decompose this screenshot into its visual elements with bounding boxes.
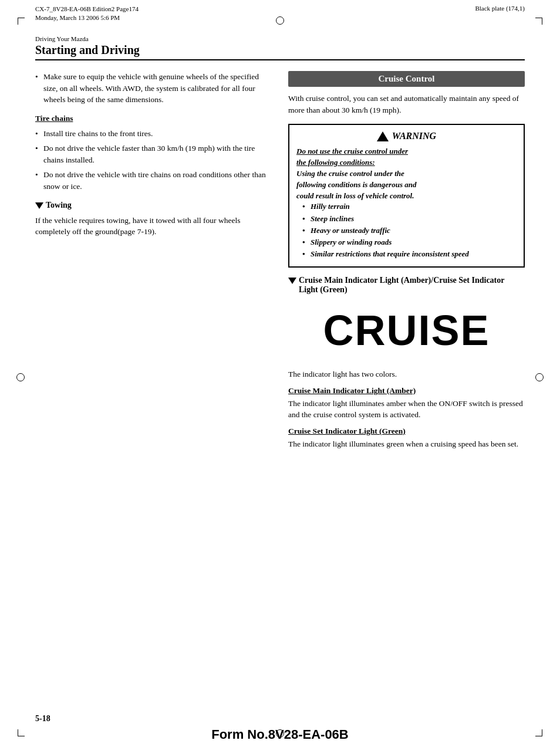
corner-mark-tr (535, 18, 542, 25)
list-item: Similar restrictions that require incons… (302, 249, 517, 259)
tire-chains-bullets: Install tire chains to the front tires. … (35, 128, 272, 192)
indicator-intro-text: The indicator light has two colors. (288, 368, 525, 380)
page-content: Driving Your Mazda Starting and Driving … (35, 35, 525, 707)
warning-triangle-icon (377, 131, 389, 141)
tire-chains-heading: Tire chains (35, 114, 272, 123)
green-label: Cruise Set Indicator Light (Green) (288, 427, 525, 436)
cruise-large-text: CRUISE (288, 306, 525, 354)
green-text: The indicator light illuminates green wh… (288, 438, 525, 450)
section-divider (35, 59, 525, 60)
page-header-left: CX-7_8V28-EA-06B Edition2 Page174 Monday… (35, 5, 139, 23)
warning-box: WARNING Do not use the cruise control un… (288, 124, 525, 268)
do-not-text: Do not use the cruise control underthe f… (296, 147, 408, 167)
cruise-intro-text: With cruise control, you can set and aut… (288, 93, 525, 116)
list-item: Do not drive the vehicle faster than 30 … (35, 143, 272, 165)
header-right-text: Black plate (174,1) (475, 5, 525, 12)
two-column-layout: Make sure to equip the vehicle with genu… (35, 71, 525, 456)
list-item: Slippery or winding roads (302, 237, 517, 248)
warning-title-text: WARNING (392, 131, 436, 141)
towing-text: If the vehicle requires towing, have it … (35, 215, 272, 238)
conditions-intro: Using the cruise control under the follo… (296, 168, 517, 202)
amber-label: Cruise Main Indicator Light (Amber) (288, 386, 525, 395)
corner-mark-br (535, 729, 542, 736)
section-label: Driving Your Mazda (35, 35, 525, 42)
towing-heading: Towing (35, 201, 272, 210)
cruise-indicator-heading-text: Cruise Main Indicator Light (Amber)/Crui… (299, 276, 525, 295)
corner-mark-bl (18, 729, 25, 736)
page-number: 5-18 (35, 714, 50, 723)
left-column: Make sure to equip the vehicle with genu… (35, 71, 272, 456)
header-line2: Monday, March 13 2006 5:6 PM (35, 13, 139, 22)
warning-title: WARNING (296, 131, 517, 141)
corner-mark-tl (18, 18, 25, 25)
list-item: Hilly terrain (302, 201, 517, 212)
page-header-right: Black plate (174,1) (475, 5, 525, 12)
center-mark-left (16, 373, 25, 381)
header-line1: CX-7_8V28-EA-06B Edition2 Page174 (35, 5, 139, 13)
list-item: Install tire chains to the front tires. (35, 128, 272, 140)
section-title: Starting and Driving (35, 43, 525, 57)
center-mark-top (276, 16, 284, 25)
triangle-icon-2 (288, 278, 296, 284)
list-item: Do not drive the vehicle with tire chain… (35, 169, 272, 192)
warning-body: Do not use the cruise control underthe f… (296, 146, 517, 259)
form-number: Form No.8V28-EA-06B (211, 727, 349, 742)
list-item: Steep inclines (302, 214, 517, 224)
triangle-icon (35, 202, 43, 209)
center-mark-right (535, 373, 544, 381)
list-item: Heavy or unsteady traffic (302, 225, 517, 236)
list-item: Make sure to equip the vehicle with genu… (35, 71, 272, 106)
towing-heading-text: Towing (46, 201, 72, 210)
cruise-control-heading: Cruise Control (288, 71, 525, 87)
amber-text: The indicator light illuminates amber wh… (288, 398, 525, 421)
right-column: Cruise Control With cruise control, you … (288, 71, 525, 456)
awd-bullets: Make sure to equip the vehicle with genu… (35, 71, 272, 106)
cruise-indicator-heading: Cruise Main Indicator Light (Amber)/Crui… (288, 276, 525, 295)
warning-conditions-list: Hilly terrain Steep inclines Heavy or un… (296, 201, 517, 259)
